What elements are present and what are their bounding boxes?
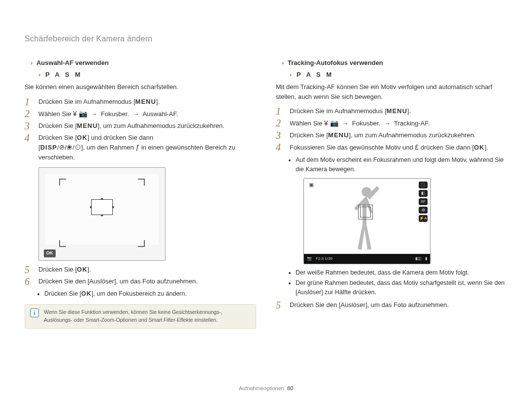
left-steps: Drücken Sie im Aufnahmemodus [MENU]. Wäh… xyxy=(25,97,256,162)
right-intro: Mit dem Tracking-AF können Sie ein Motiv… xyxy=(276,82,507,101)
right-column: › Tracking-Autofokus verwenden › P A S M… xyxy=(276,58,507,329)
page-title: Schärfebereich der Kamera ändern xyxy=(25,34,507,43)
marker-icon: › xyxy=(31,59,33,66)
focus-box-icon xyxy=(91,199,113,215)
marker-icon: › xyxy=(290,71,292,78)
camera-icon: 📷 xyxy=(330,119,338,127)
arrow-right-icon: → xyxy=(342,120,348,127)
step-2: Wählen Sie ¥ 📷 → Fokusber. → Auswahl-AF. xyxy=(25,109,256,119)
quality-icon: ◧ xyxy=(419,190,428,197)
marker-icon: › xyxy=(38,71,40,78)
corner-marker xyxy=(59,240,66,247)
left-steps-cont: Drücken Sie [OK]. Drücken Sie den [Auslö… xyxy=(25,265,256,286)
step-4: Drücken Sie [OK] und drücken Sie dann [D… xyxy=(25,133,256,162)
flash-icon: ⚡A xyxy=(419,215,428,222)
step-5: Drücken Sie [OK]. xyxy=(25,265,256,275)
person-silhouette-icon xyxy=(349,185,384,254)
mode-list: P A S M xyxy=(297,71,333,78)
exposure-value: F2.8 1/30 xyxy=(316,256,332,262)
footer-section: Aufnahmeoptionen xyxy=(239,385,284,391)
page-number: 80 xyxy=(287,385,293,391)
info-icon: i xyxy=(30,308,39,317)
timer-icon: ⏲ xyxy=(74,143,81,151)
step-5: Drücken Sie den [Auslöser], um das Foto … xyxy=(276,300,507,310)
selection-af-illustration: OK xyxy=(38,167,166,261)
f-icon: ƒ xyxy=(135,143,139,151)
right-steps: Drücken Sie im Aufnahmemodus [MENU]. Wäh… xyxy=(276,106,507,310)
yen-icon: ¥ xyxy=(73,110,77,118)
note-text: Wenn Sie diese Funktion verwenden, könne… xyxy=(44,308,251,324)
step-2: Wählen Sie ¥ 📷 → Fokusber. → Tracking-AF… xyxy=(276,118,507,128)
size-icon: ⬚ xyxy=(419,182,428,188)
page-footer: Aufnahmeoptionen 80 xyxy=(0,385,532,391)
arrow-right-icon: → xyxy=(384,120,391,127)
right-section-title: Tracking-Autofokus verwenden xyxy=(288,59,383,66)
tracking-frame-icon xyxy=(360,207,371,217)
mode-list: P A S M xyxy=(45,71,82,78)
step-1: Drücken Sie im Aufnahmemodus [MENU]. xyxy=(25,97,256,107)
af-mode-icon: ▣ xyxy=(307,182,316,188)
disp-glyph-icon: ⊘ xyxy=(59,143,65,151)
camera-icon: 📷 xyxy=(79,110,87,118)
sf-icon: SF xyxy=(419,198,428,205)
step-1: Drücken Sie im Aufnahmemodus [MENU]. xyxy=(276,106,507,116)
flower-icon: ❀ xyxy=(66,143,72,151)
marker-icon: › xyxy=(282,59,284,66)
corner-marker xyxy=(138,179,145,185)
corner-marker xyxy=(59,179,66,185)
scale-icon: ▮▯▯ xyxy=(415,256,421,262)
ok-pill-icon: OK xyxy=(44,249,56,257)
step-3: Drücken Sie [MENU], um zum Aufnahmemodus… xyxy=(276,130,507,140)
corner-marker xyxy=(138,240,145,247)
left-intro: Sie können einen ausgewählten Bereich sc… xyxy=(25,82,256,92)
sub-bullet: Auf dem Motiv erscheint ein Fokusrahmen … xyxy=(296,155,507,174)
camera-mode-icon: 📷 xyxy=(307,256,312,262)
camera-status-bar: 📷 F2.8 1/30 ▮▯▯ ▮ xyxy=(304,254,430,264)
step-4: Fokussieren Sie das gewünschte Motiv und… xyxy=(276,142,507,297)
bullet: Der grüne Rahmen bedeutet, dass das Moti… xyxy=(296,278,507,297)
step-3: Drücken Sie [MENU], um zum Aufnahmemodus… xyxy=(25,121,256,131)
battery-icon: ▮ xyxy=(425,256,427,262)
left-sub-bullets: Drücken Sie [OK], um den Fokusbereich zu… xyxy=(44,289,256,299)
note-box: i Wenn Sie diese Funktion verwenden, kön… xyxy=(25,304,256,329)
left-section-title: Auswahl-AF verwenden xyxy=(36,59,109,66)
arrow-right-icon: → xyxy=(133,110,139,118)
arrow-right-icon: → xyxy=(91,110,97,118)
pound-icon: £ xyxy=(415,143,419,151)
iso-icon: ◍ xyxy=(419,207,428,214)
bullet: Drücken Sie [OK], um den Fokusbereich zu… xyxy=(44,289,256,299)
tracking-af-illustration: ▣ ⬚ ◧ SF ◍ ⚡A xyxy=(303,178,431,264)
step-6: Drücken Sie den [Auslöser], um das Foto … xyxy=(25,277,256,286)
left-column: › Auswahl-AF verwenden › P A S M Sie kön… xyxy=(25,58,256,329)
yen-icon: ¥ xyxy=(324,119,328,127)
bullet: Der weiße Rahmen bedeutet, dass die Kame… xyxy=(296,268,507,278)
